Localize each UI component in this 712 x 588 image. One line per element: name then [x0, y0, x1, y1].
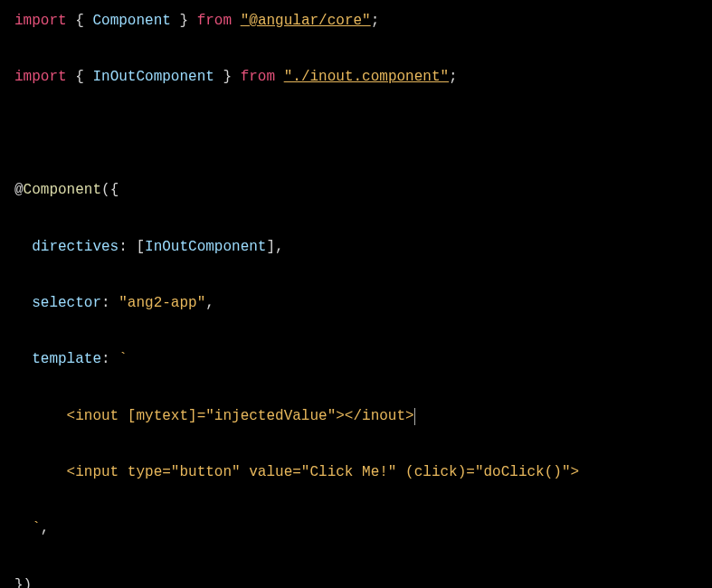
string-module: "@angular/core"	[241, 13, 371, 29]
text-cursor	[414, 408, 415, 425]
code-line[interactable]: @Component({	[14, 176, 698, 204]
template-html: <inout [mytext]="injectedValue"></inout>	[67, 408, 414, 424]
decorator-name: Component	[24, 182, 101, 198]
code-line[interactable]: import { Component } from "@angular/core…	[14, 7, 698, 35]
code-line[interactable]: <inout [mytext]="injectedValue"></inout>	[14, 403, 698, 431]
code-line[interactable]	[14, 120, 698, 148]
keyword-import: import	[14, 13, 67, 29]
code-line[interactable]: selector: "ang2-app",	[14, 289, 698, 318]
keyword-from: from	[197, 13, 232, 29]
code-editor[interactable]: import { Component } from "@angular/core…	[14, 7, 698, 588]
code-line[interactable]: directives: [InOutComponent],	[14, 233, 698, 261]
code-line[interactable]: template: `	[14, 346, 698, 374]
code-line[interactable]: import { InOutComponent } from "./inout.…	[14, 63, 698, 91]
template-html: <input type="button" value="Click Me!" (…	[67, 464, 580, 480]
code-line[interactable]: })	[14, 572, 698, 588]
decorator-at: @	[14, 182, 24, 198]
code-line[interactable]: `,	[14, 515, 698, 543]
code-line[interactable]: <input type="button" value="Click Me!" (…	[14, 459, 698, 487]
